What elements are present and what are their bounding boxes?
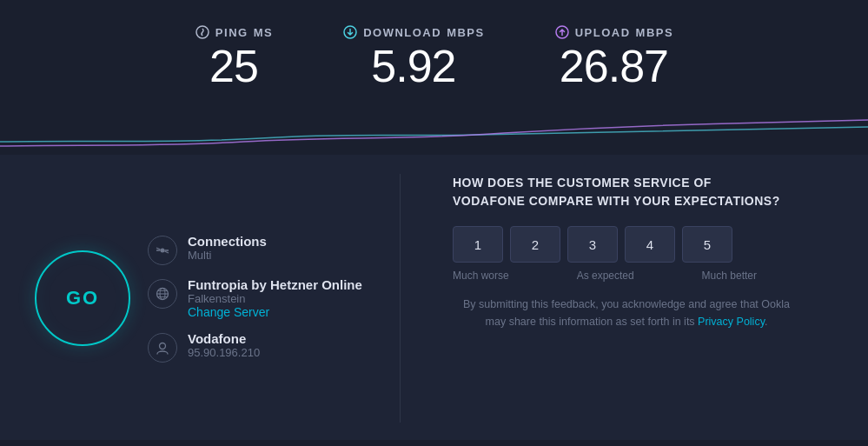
svg-point-3 [161, 249, 165, 253]
download-value: 5.92 [342, 42, 485, 91]
download-unit: Mbps [447, 26, 485, 39]
svg-line-6 [156, 248, 161, 250]
isp-icon [148, 333, 177, 363]
ping-value: 25 [195, 42, 273, 91]
download-label: DOWNLOAD Mbps [342, 24, 485, 40]
connections-title: Connections [188, 234, 267, 249]
rating-label-left: Much worse [453, 270, 509, 282]
isp-text: Vodafone 95.90.196.210 [188, 331, 260, 359]
connections-value: Multi [188, 249, 267, 262]
rating-btn-3[interactable]: 3 [567, 226, 618, 263]
privacy-text: By submitting this feedback, you acknowl… [453, 296, 800, 330]
wave-graph [0, 107, 868, 155]
server-row: Funtropia by Hetzner Online Falkenstein … [148, 277, 362, 319]
rating-label-right: Much better [702, 270, 757, 282]
upload-icon [554, 24, 570, 40]
metrics-bar: PING ms 25 DOWNLOAD Mbps 5.92 [0, 0, 868, 107]
rating-btn-1[interactable]: 1 [453, 226, 503, 263]
server-info: Connections Multi Funtropia by Hetz [148, 234, 362, 363]
left-panel: GO Connections Multi [35, 174, 365, 423]
server-name: Funtropia by Hetzner Online [188, 277, 362, 292]
svg-line-7 [165, 251, 169, 253]
isp-row: Vodafone 95.90.196.210 [148, 331, 362, 363]
survey-title: HOW DOES THE CUSTOMER SERVICE OF VODAFON… [453, 174, 783, 210]
divider [400, 174, 401, 423]
download-icon [342, 24, 358, 40]
go-button[interactable]: GO [35, 250, 130, 346]
server-icon [148, 279, 177, 309]
rating-btn-4[interactable]: 4 [625, 226, 675, 263]
svg-point-13 [160, 343, 166, 349]
isp-ip: 95.90.196.210 [188, 346, 260, 359]
server-text: Funtropia by Hetzner Online Falkenstein … [188, 277, 362, 319]
go-button-label: GO [66, 287, 99, 310]
rating-row: 12345 [453, 226, 833, 263]
download-label-text: DOWNLOAD [363, 26, 441, 39]
change-server-link[interactable]: Change Server [188, 305, 362, 319]
isp-name: Vodafone [188, 331, 260, 346]
upload-label-text: UPLOAD [575, 26, 631, 39]
ping-label: PING ms [195, 24, 273, 40]
rating-btn-5[interactable]: 5 [682, 226, 732, 263]
connections-icon [148, 236, 177, 265]
right-panel: HOW DOES THE CUSTOMER SERVICE OF VODAFON… [435, 174, 833, 423]
upload-value: 26.87 [554, 42, 673, 91]
upload-unit: Mbps [636, 26, 674, 39]
download-metric: DOWNLOAD Mbps 5.92 [342, 24, 485, 91]
bottom-section: GO Connections Multi [0, 155, 868, 440]
server-location: Falkenstein [188, 292, 362, 305]
privacy-policy-link[interactable]: Privacy Policy [698, 316, 765, 328]
connections-row: Connections Multi [148, 234, 362, 265]
rating-labels: Much worseAs expectedMuch better [453, 270, 757, 282]
ping-label-text: PING [215, 26, 248, 39]
upload-metric: UPLOAD Mbps 26.87 [554, 24, 673, 91]
connections-text: Connections Multi [188, 234, 267, 262]
rating-btn-2[interactable]: 2 [510, 226, 560, 263]
rating-label-center: As expected [577, 270, 634, 282]
ping-icon [195, 24, 210, 40]
ping-unit: ms [254, 26, 274, 39]
ping-metric: PING ms 25 [195, 24, 273, 91]
upload-label: UPLOAD Mbps [554, 24, 673, 40]
